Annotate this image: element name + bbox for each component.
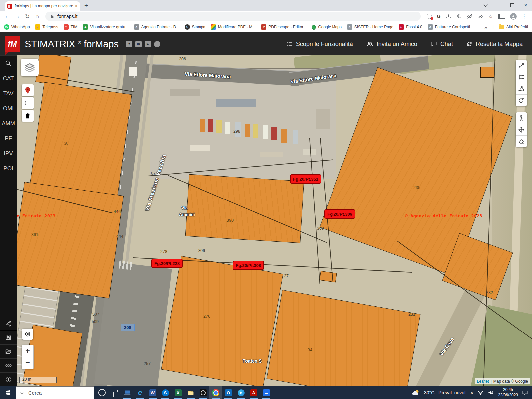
building-overlay[interactable] [480, 67, 494, 78]
layers-button[interactable] [21, 59, 39, 76]
tray-expand-icon[interactable]: ∧ [470, 390, 473, 395]
sidebar-visibility-button[interactable] [0, 358, 17, 372]
address-bar[interactable]: formaps.it [45, 12, 421, 21]
home-button[interactable]: ⌂ [33, 12, 42, 21]
chrome-button[interactable] [209, 386, 222, 399]
start-button[interactable] [0, 386, 16, 399]
cadastral-plate[interactable]: Fg.20/Pt.309 [324, 209, 355, 219]
other-bookmarks-button[interactable]: Altri Preferiti [499, 25, 528, 29]
bookmark-agenzia-entrate[interactable]: aAgenzia Entrate - B... [134, 24, 179, 30]
volume-icon[interactable] [488, 390, 494, 395]
weather-temp[interactable]: 30°C [424, 390, 434, 395]
highlighted-parcel-label[interactable]: 208 [121, 324, 135, 331]
zoom-out-button[interactable]: − [22, 357, 34, 369]
cadastral-plate[interactable]: Fg.20/Pt.308 [233, 261, 264, 270]
bookmark-pdfescape[interactable]: PPDFescape - Editor... [261, 24, 306, 30]
forward-button[interactable]: → [13, 12, 22, 21]
outlook-button[interactable]: O [222, 386, 235, 399]
measure-circle-button[interactable] [516, 95, 527, 106]
sidebar-item-ipv[interactable]: IPV [0, 146, 17, 161]
pan-button[interactable] [516, 124, 527, 136]
excel-button[interactable]: X [172, 386, 184, 399]
building-overlay[interactable] [185, 174, 304, 243]
bookmark-star-icon[interactable]: ☆ [488, 13, 493, 20]
locate-button[interactable] [22, 329, 33, 340]
edge-button[interactable]: e [235, 386, 247, 399]
trash-button[interactable] [22, 110, 34, 122]
task-view-button[interactable] [108, 386, 121, 399]
sidebar-share-button[interactable] [0, 317, 17, 331]
sidebar-open-button[interactable] [0, 344, 17, 358]
building-overlay[interactable] [17, 182, 124, 299]
marker-button[interactable] [22, 84, 34, 96]
social-circle-icon[interactable] [154, 41, 160, 47]
building-overlay[interactable] [267, 290, 421, 386]
bookmark-tim[interactable]: ≡TIM [64, 24, 78, 30]
nav-resetta-mappa[interactable]: Resetta la Mappa [466, 41, 523, 48]
internet-explorer-button[interactable]: e [134, 386, 146, 399]
weather-icon[interactable] [411, 389, 420, 397]
window-minimize-button[interactable] [497, 5, 500, 5]
bookmark-telepass[interactable]: TTelepass [35, 24, 58, 30]
bookmark-google-maps[interactable]: Google Maps [312, 25, 341, 29]
side-panel-icon[interactable] [498, 14, 505, 19]
bookmark-visualizzatore[interactable]: AVisualizzatore gratu... [83, 24, 128, 30]
measure-path-button[interactable] [516, 83, 527, 95]
list-button[interactable] [22, 97, 34, 109]
photos-button[interactable] [260, 386, 273, 399]
tab-close-icon[interactable]: × [75, 3, 78, 9]
sidebar-item-poi[interactable]: POI [0, 161, 17, 176]
taskbar-search[interactable] [16, 386, 94, 399]
formaps-logo[interactable]: fM [5, 36, 20, 52]
new-tab-button[interactable]: + [84, 2, 88, 9]
youtube-icon[interactable]: ▶ [145, 41, 151, 47]
building-overlay[interactable] [161, 256, 283, 386]
password-manager-icon[interactable] [427, 14, 432, 19]
facebook-icon[interactable]: f [126, 41, 132, 47]
reload-button[interactable]: ↻ [23, 12, 32, 21]
weather-desc[interactable]: Preval. nuvol. [438, 390, 466, 395]
measure-area-button[interactable] [516, 71, 527, 83]
action-center-icon[interactable] [522, 390, 528, 395]
sidebar-item-cat[interactable]: CAT [0, 71, 17, 86]
skype-button[interactable]: S [159, 386, 172, 399]
cadastral-plate[interactable]: Fg.20/Pt.228 [151, 259, 183, 268]
zoom-in-button[interactable]: + [22, 345, 34, 357]
cortana-button[interactable] [96, 386, 108, 399]
linkedin-icon[interactable]: in [135, 41, 142, 47]
share-icon[interactable] [478, 14, 483, 19]
bookmark-sister[interactable]: aSISTER - Home Page [347, 24, 393, 30]
eye-off-icon[interactable] [467, 13, 473, 19]
bookmarks-overflow-icon[interactable]: » [484, 24, 487, 30]
acrobat-button[interactable]: A [247, 386, 260, 399]
bookmark-whatsapp[interactable]: WWhatsApp [4, 24, 30, 30]
remote-desktop-button[interactable] [121, 386, 134, 399]
tab-search-chevron-icon[interactable] [484, 2, 488, 7]
clock[interactable]: 20:45 22/06/2023 [498, 387, 518, 398]
leaflet-link[interactable]: Leaflet [477, 379, 489, 384]
file-explorer-button[interactable] [184, 386, 197, 399]
measure-distance-button[interactable] [516, 60, 527, 71]
sidebar-search-button[interactable] [0, 55, 17, 71]
sidebar-item-omi[interactable]: OMI [0, 101, 17, 116]
cadastral-plate[interactable]: Fg.20/Pt.351 [290, 174, 321, 184]
nav-chat[interactable]: Chat [431, 41, 453, 48]
window-close-button[interactable]: × [524, 2, 527, 8]
wifi-icon[interactable] [477, 390, 484, 395]
media-player-button[interactable] [197, 386, 209, 399]
bookmark-fatture[interactable]: aFatture e Corrispetti... [428, 24, 473, 30]
nav-invita-amico[interactable]: Invita un Amico [366, 41, 417, 48]
window-restore-button[interactable] [510, 3, 514, 7]
map-canvas[interactable]: Via Ettore Maiorana Via Ettore Maiorana … [17, 55, 532, 386]
bookmark-stampa[interactable]: SStampa [185, 24, 205, 30]
sidebar-item-amm[interactable]: AMM [0, 116, 17, 131]
browser-tab[interactable]: forMaps | La mappa per navigare × [5, 1, 80, 11]
sidebar-save-button[interactable] [0, 331, 17, 344]
zoom-lens-icon[interactable] [456, 14, 462, 19]
back-button[interactable]: ← [3, 12, 12, 21]
install-icon[interactable] [446, 14, 451, 19]
nav-scopri-funzionalita[interactable]: Scopri le Funzionalità [286, 41, 353, 48]
word-button[interactable]: W [146, 386, 159, 399]
bookmark-fassi[interactable]: FFassi 4.0 [399, 24, 422, 30]
bookmark-modificare-pdf[interactable]: Modificare PDF - M... [211, 24, 256, 30]
